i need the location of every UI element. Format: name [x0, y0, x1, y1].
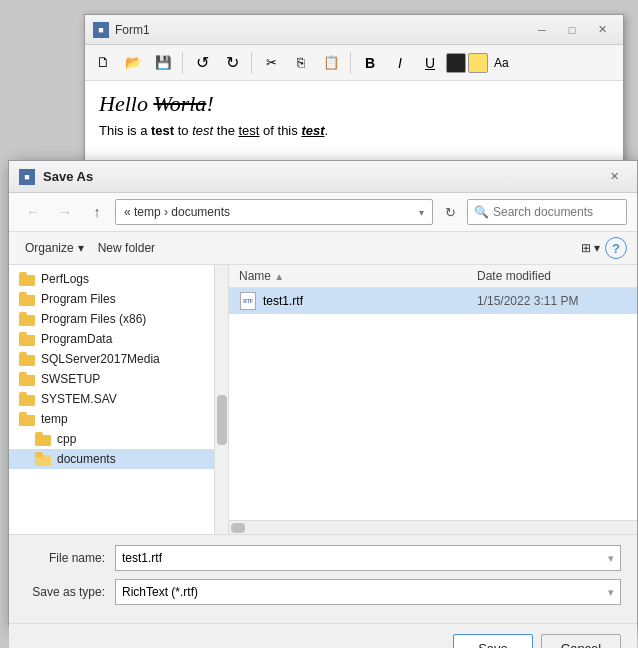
form1-window-controls: ─ □ ✕ [529, 20, 615, 40]
dialog-toolbar: Organize ▾ New folder ⊞ ▾ ? [9, 232, 637, 265]
filename-value: test1.rtf [122, 551, 162, 565]
search-input[interactable] [493, 205, 620, 219]
tree-item-programdata[interactable]: ProgramData [9, 329, 228, 349]
filetype-dropdown-icon: ▾ [608, 586, 614, 599]
form1-toolbar: 🗋 📂 💾 ↺ ↻ ✂ ⎘ 📋 B I U Aa [85, 45, 623, 81]
color-button[interactable] [446, 53, 466, 73]
tree-item-programfiles[interactable]: Program Files [9, 289, 228, 309]
new-folder-button[interactable]: New folder [90, 236, 163, 260]
up-button[interactable]: ↑ [83, 199, 111, 225]
underline-test: test [238, 123, 259, 138]
folder-icon-swsetup [19, 372, 35, 386]
folder-icon-temp [19, 412, 35, 426]
dialog-app-icon: ■ [19, 169, 35, 185]
tree-item-cpp[interactable]: cpp [9, 429, 228, 449]
tree-item-programfilesx86[interactable]: Program Files (x86) [9, 309, 228, 329]
col-date-header[interactable]: Date modified [477, 269, 627, 283]
file-icon-test1 [239, 292, 257, 310]
exclaim: ! [206, 91, 213, 116]
undo-button[interactable]: ↺ [188, 50, 216, 76]
new-button[interactable]: 🗋 [89, 50, 117, 76]
form1-maximize-button[interactable]: □ [559, 20, 585, 40]
open-button[interactable]: 📂 [119, 50, 147, 76]
sort-arrow-icon: ▲ [274, 271, 284, 282]
file-date-test1: 1/15/2022 3:11 PM [477, 294, 627, 308]
file-list[interactable]: Name ▲ Date modified test1.rtf 1/15/2022… [229, 265, 637, 534]
file-list-header: Name ▲ Date modified [229, 265, 637, 288]
filetype-row: Save as type: RichText (*.rtf) ▾ [25, 579, 621, 605]
rtf-icon [240, 292, 256, 310]
search-box[interactable]: 🔍 [467, 199, 627, 225]
form1-title: Form1 [115, 23, 529, 37]
cut-button[interactable]: ✂ [257, 50, 285, 76]
copy-button[interactable]: ⎘ [287, 50, 315, 76]
file-name-test1: test1.rtf [263, 294, 477, 308]
tree-item-systemsav[interactable]: SYSTEM.SAV [9, 389, 228, 409]
address-path: « temp › documents [124, 205, 230, 219]
folder-icon-cpp [35, 432, 51, 446]
form1-window: ■ Form1 ─ □ ✕ 🗋 📂 💾 ↺ ↻ ✂ ⎘ 📋 B I U Aa H… [84, 14, 624, 174]
font-selector[interactable]: Aa [494, 56, 509, 70]
organize-chevron-icon: ▾ [78, 241, 84, 255]
tree-item-perflogs[interactable]: PerfLogs [9, 269, 228, 289]
filename-dropdown-icon: ▾ [608, 552, 614, 565]
world-strikethrough: Worla [153, 91, 206, 116]
dialog-buttons: Save Cancel [9, 623, 637, 648]
folder-icon-perflogs [19, 272, 35, 286]
filetype-label: Save as type: [25, 585, 115, 599]
tree-item-sqlserver[interactable]: SQLServer2017Media [9, 349, 228, 369]
folder-icon-documents [35, 452, 51, 466]
filetype-select[interactable]: RichText (*.rtf) ▾ [115, 579, 621, 605]
redo-button[interactable]: ↻ [218, 50, 246, 76]
dialog-title: Save As [43, 169, 601, 184]
tree-item-swsetup[interactable]: SWSETUP [9, 369, 228, 389]
dialog-close-button[interactable]: ✕ [601, 167, 627, 187]
filetype-value: RichText (*.rtf) [122, 585, 198, 599]
form1-minimize-button[interactable]: ─ [529, 20, 555, 40]
file-item-test1[interactable]: test1.rtf 1/15/2022 3:11 PM [229, 288, 637, 314]
bold-button[interactable]: B [356, 50, 384, 76]
organize-button[interactable]: Organize ▾ [19, 236, 90, 260]
hscroll-thumb [231, 523, 245, 533]
italic-button[interactable]: I [386, 50, 414, 76]
back-button[interactable]: ← [19, 199, 47, 225]
folder-icon-programfilesx86 [19, 312, 35, 326]
folder-icon-programfiles [19, 292, 35, 306]
dialog-main: PerfLogs Program Files Program Files (x8… [9, 265, 637, 535]
bold-test: test [151, 123, 174, 138]
folder-icon-sqlserver [19, 352, 35, 366]
filename-input[interactable]: test1.rtf ▾ [115, 545, 621, 571]
tree-item-documents[interactable]: documents [9, 449, 228, 469]
highlight-button[interactable] [468, 53, 488, 73]
hscroll-bar[interactable] [229, 520, 637, 534]
form1-close-button[interactable]: ✕ [589, 20, 615, 40]
tree-scrollbar-thumb [217, 395, 227, 445]
filename-label: File name: [25, 551, 115, 565]
folder-icon-programdata [19, 332, 35, 346]
underline-button[interactable]: U [416, 50, 444, 76]
save-toolbar-button[interactable]: 💾 [149, 50, 177, 76]
view-icon: ⊞ [581, 241, 591, 255]
hello-text: Hello [99, 91, 153, 116]
tree-item-temp[interactable]: temp [9, 409, 228, 429]
paste-button[interactable]: 📋 [317, 50, 345, 76]
folder-tree[interactable]: PerfLogs Program Files Program Files (x8… [9, 265, 229, 534]
help-button[interactable]: ? [605, 237, 627, 259]
refresh-button[interactable]: ↻ [437, 199, 463, 225]
forward-button[interactable]: → [51, 199, 79, 225]
toolbar-separator-2 [251, 52, 252, 74]
cancel-button[interactable]: Cancel [541, 634, 621, 648]
toolbar-separator-3 [350, 52, 351, 74]
view-button[interactable]: ⊞ ▾ [576, 236, 605, 260]
address-bar[interactable]: « temp › documents ▾ [115, 199, 433, 225]
toolbar-separator-1 [182, 52, 183, 74]
tree-scrollbar[interactable] [214, 265, 228, 534]
save-button[interactable]: Save [453, 634, 533, 648]
italic-test: test [192, 123, 213, 138]
folder-icon-systemsav [19, 392, 35, 406]
hello-world-heading: Hello Worla! [99, 91, 609, 117]
filename-row: File name: test1.rtf ▾ [25, 545, 621, 571]
combo-test: test [301, 123, 324, 138]
dialog-titlebar: ■ Save As ✕ [9, 161, 637, 193]
col-name-header[interactable]: Name ▲ [239, 269, 477, 283]
